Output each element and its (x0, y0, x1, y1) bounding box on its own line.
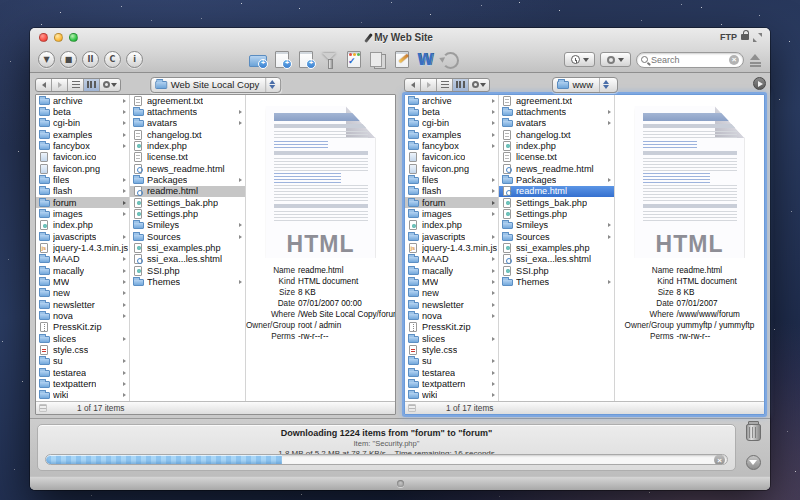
new-file-button[interactable] (271, 50, 292, 69)
cancel-transfer-button[interactable]: × (714, 454, 725, 465)
file-row-avatars[interactable]: avatars (499, 118, 614, 129)
file-row-favicon.png[interactable]: favicon.png (405, 163, 498, 174)
close-button[interactable] (39, 33, 48, 42)
file-row-avatars[interactable]: avatars (130, 118, 245, 129)
pause-button[interactable]: II (82, 51, 99, 68)
file-row-style.css[interactable]: style.css (36, 344, 129, 355)
file-row-wiki[interactable]: wiki (405, 390, 498, 401)
file-row-newsletter[interactable]: newsletter (405, 299, 498, 310)
file-row-news_readme.html[interactable]: news_readme.html (130, 163, 245, 174)
file-row-index.php[interactable]: index.php (405, 220, 498, 231)
file-row-style.css[interactable]: style.css (405, 344, 498, 355)
file-row-favicon.ico[interactable]: favicon.ico (405, 152, 498, 163)
pane-action-button[interactable] (100, 79, 120, 91)
file-row-macally[interactable]: macally (36, 265, 129, 276)
file-row-Packages[interactable]: Packages (499, 174, 614, 185)
file-row-Smileys[interactable]: Smileys (499, 220, 614, 231)
file-row-license.txt[interactable]: license.txt (130, 152, 245, 163)
search-field[interactable]: × (636, 52, 744, 68)
file-row-attachments[interactable]: attachments (130, 106, 245, 117)
file-row-su[interactable]: su (36, 356, 129, 367)
file-row-ssi_exa...les.shtml[interactable]: ssi_exa...les.shtml (499, 254, 614, 265)
file-row-new[interactable]: new (36, 288, 129, 299)
file-row-files[interactable]: files (36, 174, 129, 185)
file-row-jquery-1.4.3.min.js[interactable]: jquery-1.4.3.min.js (405, 242, 498, 253)
file-row-MAAD[interactable]: MAAD (405, 254, 498, 265)
file-row-Themes[interactable]: Themes (130, 276, 245, 287)
file-row-Sources[interactable]: Sources (130, 231, 245, 242)
fullscreen-icon[interactable] (753, 33, 762, 42)
file-row-favicon.png[interactable]: favicon.png (36, 163, 129, 174)
file-row-index.php[interactable]: index.php (130, 140, 245, 151)
history-dropdown-button[interactable] (564, 52, 595, 67)
forward-button[interactable] (52, 79, 68, 91)
file-row-favicon.ico[interactable]: favicon.ico (36, 152, 129, 163)
file-row-newsletter[interactable]: newsletter (36, 299, 129, 310)
file-row-PressKit.zip[interactable]: PressKit.zip (36, 322, 129, 333)
file-row-MW[interactable]: MW (405, 276, 498, 287)
file-row-Settings_bak.php[interactable]: Settings_bak.php (130, 197, 245, 208)
file-row-textpattern[interactable]: textpattern (36, 378, 129, 389)
actions-dropdown-button[interactable] (600, 52, 631, 67)
start-transfer-button[interactable] (753, 77, 766, 90)
file-row-forum[interactable]: forum (405, 197, 498, 208)
web-button[interactable] (415, 50, 436, 69)
file-row-new[interactable]: new (405, 288, 498, 299)
file-row-Settings.php[interactable]: Settings.php (499, 208, 614, 219)
refresh-button[interactable]: C (104, 51, 121, 68)
file-row-beta[interactable]: beta (36, 106, 129, 117)
compare-button[interactable] (367, 50, 388, 69)
file-row-nova[interactable]: nova (36, 310, 129, 321)
file-row-ssi_examples.php[interactable]: ssi_examples.php (130, 242, 245, 253)
file-row-examples[interactable]: examples (405, 129, 498, 140)
file-row-wiki[interactable]: wiki (36, 390, 129, 401)
file-row-SSI.php[interactable]: SSI.php (499, 265, 614, 276)
queue-button[interactable] (343, 50, 364, 69)
file-row-flash[interactable]: flash (405, 186, 498, 197)
file-row-cgi-bin[interactable]: cgi-bin (36, 118, 129, 129)
column-resize-grip[interactable] (39, 404, 47, 412)
stop-button[interactable]: ■ (60, 51, 77, 68)
file-row-javascripts[interactable]: javascripts (36, 231, 129, 242)
file-row-nova[interactable]: nova (405, 310, 498, 321)
file-row-textpattern[interactable]: textpattern (405, 378, 498, 389)
file-row-Themes[interactable]: Themes (499, 276, 614, 287)
file-row-MW[interactable]: MW (36, 276, 129, 287)
file-row-agreement.txt[interactable]: agreement.txt (130, 95, 245, 106)
file-row-fancybox[interactable]: fancybox (36, 140, 129, 151)
file-row-changelog.txt[interactable]: changelog.txt (130, 129, 245, 140)
file-row-ssi_examples.php[interactable]: ssi_examples.php (499, 242, 614, 253)
file-row-agreement.txt[interactable]: agreement.txt (499, 95, 614, 106)
file-row-files[interactable]: files (405, 174, 498, 185)
file-row-images[interactable]: images (405, 208, 498, 219)
file-row-fancybox[interactable]: fancybox (405, 140, 498, 151)
file-row-MAAD[interactable]: MAAD (36, 254, 129, 265)
file-row-SSI.php[interactable]: SSI.php (130, 265, 245, 276)
file-row-flash[interactable]: flash (36, 186, 129, 197)
file-row-images[interactable]: images (36, 208, 129, 219)
file-row-beta[interactable]: beta (405, 106, 498, 117)
file-row-ssi_exa...les.shtml[interactable]: ssi_exa...les.shtml (130, 254, 245, 265)
file-row-readme.html[interactable]: readme.html (130, 186, 245, 197)
minimize-button[interactable] (54, 33, 63, 42)
column-resize-grip[interactable] (408, 404, 416, 412)
back-button[interactable] (36, 79, 52, 91)
edit-button[interactable] (391, 50, 412, 69)
file-row-jquery-1.4.3.min.js[interactable]: jquery-1.4.3.min.js (36, 242, 129, 253)
file-row-Sources[interactable]: Sources (499, 231, 614, 242)
file-row-index.php[interactable]: index.php (36, 220, 129, 231)
filter-button[interactable] (319, 50, 340, 69)
file-row-examples[interactable]: examples (36, 129, 129, 140)
column-view-button[interactable] (84, 79, 100, 91)
file-row-Settings.php[interactable]: Settings.php (130, 208, 245, 219)
file-row-Settings_bak.php[interactable]: Settings_bak.php (499, 197, 614, 208)
file-row-changelog.txt[interactable]: changelog.txt (499, 129, 614, 140)
show-queue-button[interactable] (746, 455, 761, 470)
file-row-forum[interactable]: forum (36, 197, 129, 208)
file-row-Smileys[interactable]: Smileys (130, 220, 245, 231)
sync-button[interactable] (439, 50, 460, 69)
pane-action-button[interactable] (469, 79, 489, 91)
remote-path-dropdown[interactable]: www (552, 77, 618, 93)
file-row-testarea[interactable]: testarea (36, 367, 129, 378)
new-folder-button[interactable] (247, 50, 268, 69)
